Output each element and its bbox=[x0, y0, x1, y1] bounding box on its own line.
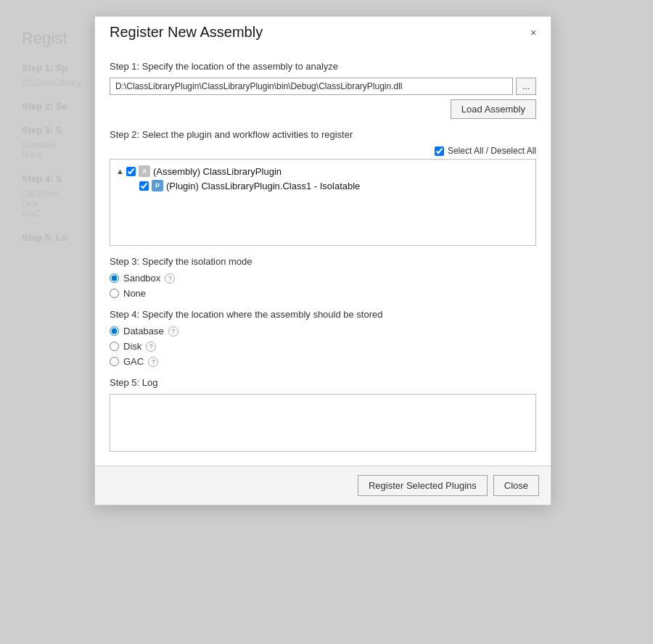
gac-help-icon[interactable]: ? bbox=[148, 357, 158, 367]
sandbox-label: Sandbox bbox=[123, 273, 160, 284]
none-label: None bbox=[123, 288, 146, 299]
dialog-body: Step 1: Specify the location of the asse… bbox=[95, 46, 551, 466]
browse-button[interactable]: ... bbox=[516, 78, 536, 95]
plugin-checkbox[interactable] bbox=[139, 181, 149, 191]
plugin-tree: ▲ A (Assembly) ClassLibraryPlugin P (Plu… bbox=[110, 159, 536, 246]
step4-label: Step 4: Specify the location where the a… bbox=[110, 309, 536, 320]
disk-radio[interactable] bbox=[110, 342, 119, 351]
tree-node-plugin: P (Plugin) ClassLibraryPlugin.Class1 - I… bbox=[139, 180, 530, 191]
assembly-path-input[interactable] bbox=[110, 78, 513, 95]
none-radio[interactable] bbox=[110, 289, 119, 298]
step1-path-row: ... bbox=[110, 78, 536, 95]
select-all-label: Select All / Deselect All bbox=[448, 146, 536, 156]
isolation-mode-group: Sandbox ? None bbox=[110, 273, 536, 299]
tree-node-assembly: ▲ A (Assembly) ClassLibraryPlugin bbox=[116, 165, 530, 177]
dialog-close-icon-button[interactable]: × bbox=[526, 25, 541, 40]
disk-radio-row: Disk ? bbox=[110, 341, 536, 352]
log-textarea[interactable] bbox=[110, 394, 536, 452]
register-selected-plugins-button[interactable]: Register Selected Plugins bbox=[358, 475, 488, 496]
gac-radio-row: GAC ? bbox=[110, 356, 536, 367]
database-radio-row: Database ? bbox=[110, 326, 536, 337]
database-label: Database bbox=[123, 326, 164, 337]
location-group: Database ? Disk ? GAC ? bbox=[110, 326, 536, 367]
database-radio[interactable] bbox=[110, 326, 119, 336]
step1-label: Step 1: Specify the location of the asse… bbox=[110, 61, 536, 72]
sandbox-radio[interactable] bbox=[110, 273, 119, 283]
step2-label: Step 2: Select the plugin and workflow a… bbox=[110, 129, 536, 140]
sandbox-radio-row: Sandbox ? bbox=[110, 273, 536, 284]
none-radio-row: None bbox=[110, 288, 536, 299]
assembly-checkbox[interactable] bbox=[126, 167, 136, 176]
load-assembly-button[interactable]: Load Assembly bbox=[451, 99, 536, 119]
close-button[interactable]: Close bbox=[493, 475, 539, 496]
dialog-titlebar: Register New Assembly × bbox=[95, 17, 551, 46]
gac-label: GAC bbox=[123, 356, 144, 367]
gac-radio[interactable] bbox=[110, 357, 119, 366]
register-assembly-dialog: Register New Assembly × Step 1: Specify … bbox=[94, 16, 551, 505]
plugin-icon: P bbox=[152, 180, 163, 191]
sandbox-help-icon[interactable]: ? bbox=[165, 273, 175, 284]
plugin-node-label: (Plugin) ClassLibraryPlugin.Class1 - Iso… bbox=[166, 181, 360, 191]
disk-help-icon[interactable]: ? bbox=[146, 342, 156, 352]
select-all-checkbox[interactable] bbox=[435, 146, 444, 156]
assembly-node-label: (Assembly) ClassLibraryPlugin bbox=[153, 166, 282, 177]
tree-expander-icon[interactable]: ▲ bbox=[116, 167, 123, 176]
step3-label: Step 3: Specify the isolation mode bbox=[110, 256, 536, 267]
disk-label: Disk bbox=[123, 341, 141, 352]
assembly-icon: A bbox=[139, 165, 150, 177]
dialog-title: Register New Assembly bbox=[110, 24, 263, 41]
dialog-footer: Register Selected Plugins Close bbox=[95, 466, 551, 505]
select-all-row: Select All / Deselect All bbox=[110, 146, 536, 156]
step5-label: Step 5: Log bbox=[110, 377, 536, 388]
database-help-icon[interactable]: ? bbox=[168, 326, 178, 337]
